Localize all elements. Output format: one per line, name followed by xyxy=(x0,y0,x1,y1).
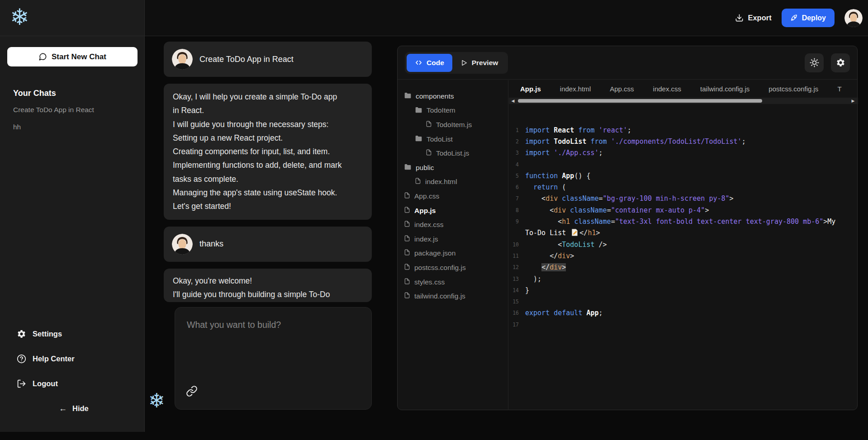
message-text-line: Implementing functions to add, delete, a… xyxy=(173,158,363,172)
attach-link-button[interactable] xyxy=(186,385,198,397)
editor-tab[interactable]: tailwind.config.js xyxy=(691,85,759,93)
sun-icon xyxy=(810,58,819,67)
user-avatar[interactable] xyxy=(844,9,863,27)
line-number: 4 xyxy=(509,161,519,168)
deploy-button[interactable]: Deploy xyxy=(782,9,835,27)
tree-item-label: index.html xyxy=(425,178,457,186)
sidebar-item-settings[interactable]: Settings xyxy=(17,329,62,339)
code-row: 10 <TodoList /> xyxy=(509,239,858,250)
tree-item-folder[interactable]: components xyxy=(398,89,508,104)
play-icon xyxy=(460,59,468,66)
tree-item-file[interactable]: postcss.config.js xyxy=(398,260,508,275)
tree-item-folder[interactable]: TodoItem xyxy=(398,104,508,118)
code-line: function App() { xyxy=(519,172,591,180)
code-line: <div className="container mx-auto p-4"> xyxy=(519,206,709,214)
editor-tab[interactable]: T xyxy=(828,85,851,93)
code-icon xyxy=(415,59,422,66)
sidebar-item-logout[interactable]: Logout xyxy=(17,379,58,388)
chat-input[interactable]: What you want to build? xyxy=(175,307,372,410)
export-button[interactable]: Export xyxy=(735,14,771,22)
horizontal-scrollbar[interactable]: ◀ ▶ xyxy=(509,98,858,104)
chat-list-item[interactable]: Create ToDo App in React xyxy=(13,106,135,114)
tree-item-label: App.js xyxy=(414,207,436,215)
chat-input-placeholder: What you want to build? xyxy=(187,320,281,330)
tree-item-label: public xyxy=(416,164,434,172)
code-line: <TodoList /> xyxy=(519,241,607,249)
preview-toggle-label: Preview xyxy=(472,59,498,67)
editor-tab[interactable]: index.html xyxy=(550,85,600,93)
tree-item-label: TodoItem xyxy=(427,106,455,114)
editor-tab[interactable]: postcss.config.js xyxy=(759,85,828,93)
file-icon xyxy=(426,120,432,129)
line-number: 2 xyxy=(509,138,519,145)
tree-item-file[interactable]: styles.css xyxy=(398,275,508,289)
tree-item-label: index.js xyxy=(414,235,438,243)
line-number: 10 xyxy=(509,241,519,248)
message-text-line: I will guide you through the necessary s… xyxy=(173,118,363,131)
message-text-line: Managing the app's state using useState … xyxy=(173,186,363,199)
file-icon xyxy=(404,206,410,215)
file-icon xyxy=(404,278,410,287)
line-number: 11 xyxy=(509,253,519,259)
message-text-line: in React. xyxy=(173,104,363,117)
tree-item-file[interactable]: App.js xyxy=(398,203,508,218)
chat-list-item[interactable]: hh xyxy=(13,123,135,131)
line-number: 6 xyxy=(509,184,519,190)
link-icon xyxy=(186,385,198,397)
logo-area: ❄ xyxy=(0,0,145,36)
panel-settings-button[interactable] xyxy=(831,53,850,72)
tree-item-file[interactable]: package.json xyxy=(398,246,508,261)
help-circle-icon xyxy=(17,354,26,364)
chat-message-assistant: Okay, I will help you create a simple To… xyxy=(164,84,372,220)
tree-item-file[interactable]: tailwind.config.js xyxy=(398,289,508,303)
tree-item-file[interactable]: TodoItem.js xyxy=(398,118,508,132)
code-row: 1import React from 'react'; xyxy=(509,124,858,136)
tree-item-file[interactable]: App.css xyxy=(398,189,508,203)
tree-item-file[interactable]: TodoList.js xyxy=(398,146,508,161)
code-toggle-button[interactable]: Code xyxy=(407,54,452,72)
tree-item-folder[interactable]: public xyxy=(398,161,508,175)
start-new-chat-button[interactable]: Start New Chat xyxy=(7,47,138,66)
snowflake-logo-icon: ❄ xyxy=(10,6,29,28)
tree-item-label: index.css xyxy=(414,221,444,229)
editor-tab[interactable]: App.css xyxy=(600,85,643,93)
message-text: thanks xyxy=(199,239,223,249)
hide-sidebar-button[interactable]: ← Hide xyxy=(59,404,89,413)
code-row: 12 </div> xyxy=(509,262,858,273)
code-line: export default App; xyxy=(519,309,603,317)
message-text-line: I'll guide you through building a simple… xyxy=(173,288,363,301)
tree-item-label: TodoList xyxy=(427,135,453,143)
sidebar-item-help-center[interactable]: Help Center xyxy=(17,354,75,364)
preview-toggle-button[interactable]: Preview xyxy=(452,54,507,72)
tree-item-label: TodoItem.js xyxy=(436,121,472,129)
scroll-right-arrow[interactable]: ▶ xyxy=(850,98,856,104)
code-line: return ( xyxy=(519,183,566,191)
scroll-left-arrow[interactable]: ◀ xyxy=(510,98,516,104)
theme-toggle-button[interactable] xyxy=(805,53,824,72)
view-toggle: Code Preview xyxy=(405,52,508,74)
folder-icon xyxy=(404,163,412,172)
code-view[interactable]: 1import React from 'react';2import TodoL… xyxy=(509,104,858,330)
avatar xyxy=(172,234,193,255)
tree-item-file[interactable]: index.html xyxy=(398,175,508,189)
tree-item-file[interactable]: index.css xyxy=(398,218,508,232)
code-row: 9 <h1 className="text-3xl font-bold text… xyxy=(509,216,858,227)
code-line: import React from 'react'; xyxy=(519,126,631,134)
tree-item-label: TodoList.js xyxy=(436,149,469,157)
file-icon xyxy=(404,249,410,258)
scrollbar-thumb[interactable] xyxy=(518,99,762,103)
file-icon xyxy=(404,235,410,244)
chat-list: Create ToDo App in Reacthh xyxy=(13,106,135,140)
gear-icon xyxy=(836,58,845,67)
code-line: import TodoList from './components/TodoL… xyxy=(519,137,746,146)
line-number: 13 xyxy=(509,276,519,282)
editor-tab[interactable]: App.js xyxy=(511,85,550,93)
tree-item-folder[interactable]: TodoList xyxy=(398,132,508,147)
your-chats-heading: Your Chats xyxy=(13,89,56,98)
code-row: 17 xyxy=(509,319,858,330)
tree-item-file[interactable]: index.js xyxy=(398,232,508,246)
editor-tab[interactable]: index.css xyxy=(644,85,691,93)
code-toggle-label: Code xyxy=(427,59,444,67)
code-line: To-Do List </h1> xyxy=(519,229,600,237)
tree-item-label: postcss.config.js xyxy=(414,264,466,272)
